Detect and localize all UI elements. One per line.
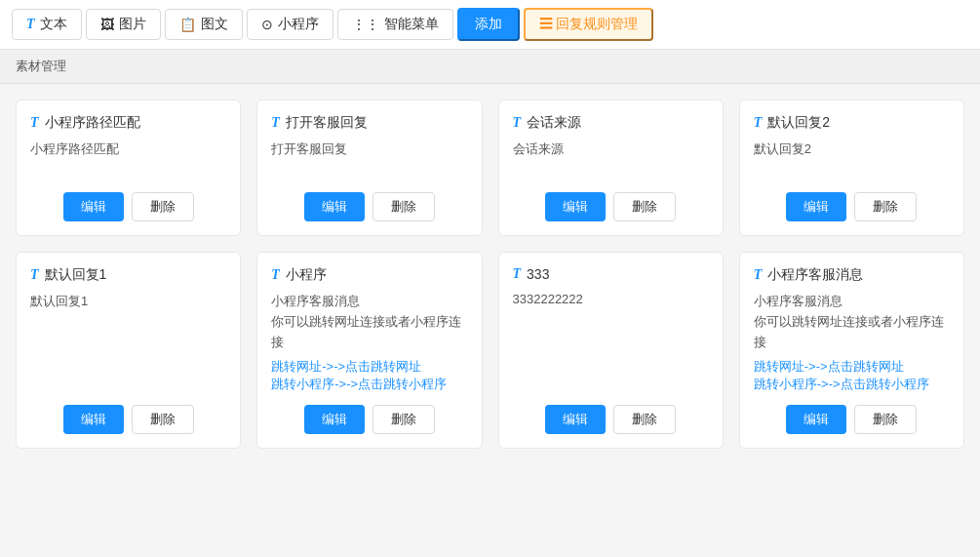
card-4-title: T 默认回复2	[754, 114, 950, 132]
tab-smartmenu[interactable]: ⋮⋮ 智能菜单	[337, 9, 453, 40]
card-8-icon: T	[754, 267, 763, 283]
toolbar: T 文本 🖼 图片 📋 图文 ⊙ 小程序 ⋮⋮ 智能菜单 添加 ☰ 回复规则管理	[0, 0, 980, 50]
tab-image-label: 图片	[119, 16, 146, 33]
card-5: T 默认回复1 默认回复1 编辑 删除	[16, 252, 241, 449]
rules-icon: ☰	[539, 16, 553, 31]
card-5-actions: 编辑 删除	[30, 405, 226, 434]
card-2-body: 打开客服回复	[271, 139, 467, 180]
image-icon: 🖼	[100, 17, 114, 32]
card-7-icon: T	[513, 266, 522, 282]
card-8: T 小程序客服消息 小程序客服消息 你可以跳转网址连接或者小程序连接 跳转网址-…	[739, 252, 964, 449]
card-4-body: 默认回复2	[754, 139, 950, 180]
card-6-links: 跳转网址->->点击跳转网址 跳转小程序->->点击跳转小程序	[271, 358, 467, 393]
card-8-links: 跳转网址->->点击跳转网址 跳转小程序->->点击跳转小程序	[754, 358, 950, 393]
section-header: 素材管理	[0, 50, 980, 84]
card-2-icon: T	[271, 115, 280, 131]
card-7-title: T 333	[513, 266, 709, 282]
card-7: T 333 3332222222 编辑 删除	[498, 252, 724, 449]
text-icon: T	[26, 17, 35, 32]
card-3-title: T 会话来源	[513, 114, 709, 132]
card-3-actions: 编辑 删除	[513, 192, 709, 221]
tab-text-label: 文本	[40, 16, 67, 33]
card-2-title: T 打开客服回复	[271, 114, 467, 132]
tab-image[interactable]: 🖼 图片	[86, 9, 161, 40]
card-1-edit-button[interactable]: 编辑	[63, 192, 124, 221]
cards-grid: T 小程序路径匹配 小程序路径匹配 编辑 删除 T 打开客服回复 打开客服回复 …	[0, 84, 980, 464]
card-4-actions: 编辑 删除	[754, 192, 950, 221]
tab-miniprogram-label: 小程序	[278, 16, 319, 33]
miniprogram-icon: ⊙	[261, 17, 273, 32]
card-6-edit-button[interactable]: 编辑	[304, 405, 365, 434]
tab-imagetext-label: 图文	[201, 16, 228, 33]
smartmenu-icon: ⋮⋮	[352, 17, 379, 32]
card-5-body: 默认回复1	[30, 292, 226, 393]
card-3-body: 会话来源	[513, 139, 709, 180]
card-6: T 小程序 小程序客服消息 你可以跳转网址连接或者小程序连接 跳转网址->->点…	[256, 252, 482, 449]
card-1-icon: T	[30, 115, 39, 131]
card-7-actions: 编辑 删除	[513, 405, 709, 434]
card-1-delete-button[interactable]: 删除	[132, 192, 194, 221]
card-2-delete-button[interactable]: 删除	[372, 192, 435, 221]
card-8-link-2: 跳转小程序->->点击跳转小程序	[754, 376, 950, 393]
card-1-title: T 小程序路径匹配	[30, 114, 226, 132]
tab-miniprogram[interactable]: ⊙ 小程序	[247, 9, 333, 40]
card-5-edit-button[interactable]: 编辑	[63, 405, 124, 434]
card-7-delete-button[interactable]: 删除	[613, 405, 676, 434]
tab-smartmenu-label: 智能菜单	[384, 16, 439, 33]
card-3-edit-button[interactable]: 编辑	[545, 192, 606, 221]
card-8-body: 小程序客服消息 你可以跳转网址连接或者小程序连接	[754, 292, 950, 352]
card-8-delete-button[interactable]: 删除	[854, 405, 917, 434]
add-button[interactable]: 添加	[457, 8, 520, 41]
card-7-edit-button[interactable]: 编辑	[545, 405, 606, 434]
card-2-edit-button[interactable]: 编辑	[304, 192, 365, 221]
manage-rules-label: 回复规则管理	[556, 16, 638, 31]
card-6-delete-button[interactable]: 删除	[372, 405, 435, 434]
card-8-edit-button[interactable]: 编辑	[786, 405, 846, 434]
card-8-link-1: 跳转网址->->点击跳转网址	[754, 358, 950, 376]
card-5-icon: T	[30, 267, 39, 283]
card-5-delete-button[interactable]: 删除	[132, 405, 194, 434]
card-4-edit-button[interactable]: 编辑	[786, 192, 846, 221]
card-8-title: T 小程序客服消息	[754, 266, 950, 284]
card-6-title: T 小程序	[271, 266, 467, 284]
card-6-body: 小程序客服消息 你可以跳转网址连接或者小程序连接	[271, 292, 467, 352]
card-1: T 小程序路径匹配 小程序路径匹配 编辑 删除	[16, 99, 241, 236]
card-5-title: T 默认回复1	[30, 266, 226, 284]
imagetext-icon: 📋	[179, 17, 196, 32]
card-3-delete-button[interactable]: 删除	[613, 192, 676, 221]
card-6-actions: 编辑 删除	[271, 405, 467, 434]
card-6-link-2: 跳转小程序->->点击跳转小程序	[271, 376, 467, 393]
manage-rules-button[interactable]: ☰ 回复规则管理	[524, 8, 654, 41]
card-4-delete-button[interactable]: 删除	[854, 192, 917, 221]
card-6-link-1: 跳转网址->->点击跳转网址	[271, 358, 467, 376]
section-label: 素材管理	[16, 59, 66, 73]
card-1-body: 小程序路径匹配	[30, 139, 226, 180]
card-3-icon: T	[513, 115, 522, 131]
card-8-actions: 编辑 删除	[754, 405, 950, 434]
card-4: T 默认回复2 默认回复2 编辑 删除	[739, 99, 964, 236]
card-3: T 会话来源 会话来源 编辑 删除	[498, 99, 724, 236]
card-7-body: 3332222222	[513, 290, 709, 393]
card-1-actions: 编辑 删除	[30, 192, 226, 221]
card-2-actions: 编辑 删除	[271, 192, 467, 221]
tab-imagetext[interactable]: 📋 图文	[165, 9, 243, 40]
tab-text[interactable]: T 文本	[12, 9, 82, 40]
card-4-icon: T	[754, 115, 763, 131]
card-2: T 打开客服回复 打开客服回复 编辑 删除	[256, 99, 482, 236]
card-6-icon: T	[271, 267, 280, 283]
